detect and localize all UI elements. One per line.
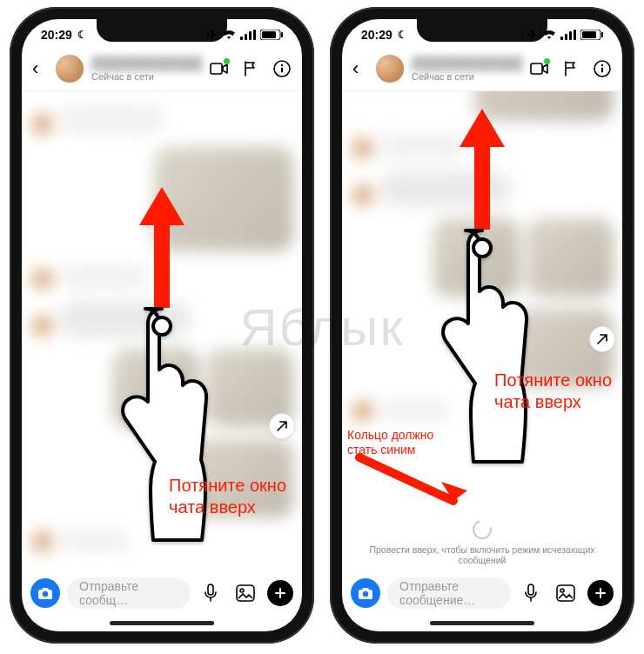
svg-rect-20 — [582, 31, 596, 38]
svg-rect-5 — [262, 31, 276, 38]
svg-rect-15 — [560, 37, 563, 40]
svg-point-24 — [601, 64, 603, 66]
video-active-dot-icon — [544, 58, 550, 64]
video-call-button[interactable] — [530, 59, 549, 78]
svg-rect-27 — [528, 584, 533, 595]
chat-header: ‹ ████████████ Сейчас в сети — [342, 50, 622, 91]
svg-rect-18 — [574, 30, 576, 40]
chat-avatar[interactable] — [375, 54, 405, 83]
back-button[interactable]: ‹ — [352, 59, 368, 78]
info-button[interactable] — [593, 59, 612, 78]
svg-rect-6 — [281, 32, 283, 37]
svg-rect-2 — [249, 31, 252, 40]
home-indicator[interactable] — [430, 621, 534, 625]
share-chip-icon[interactable] — [269, 413, 295, 439]
vanishing-hint-block: Провести вверх, чтобы включить режим исч… — [342, 518, 622, 571]
chat-body[interactable]: Потяните окно чата вверх Кольцо должно с… — [342, 91, 622, 518]
svg-rect-3 — [253, 30, 256, 40]
svg-rect-0 — [240, 37, 243, 40]
status-time: 20:29 — [41, 28, 72, 42]
svg-rect-7 — [211, 63, 222, 74]
svg-rect-28 — [557, 585, 574, 601]
sticker-plus-button[interactable] — [267, 580, 293, 606]
wifi-icon — [222, 30, 236, 40]
phone-left: 20:29 ☾ ✈︎ ‹ — [10, 7, 314, 644]
battery-icon — [580, 30, 603, 40]
chat-header: ‹ ████████████ Сейчас в сети — [22, 50, 302, 91]
svg-rect-12 — [208, 584, 213, 595]
svg-point-11 — [43, 591, 48, 597]
chat-avatar[interactable] — [55, 54, 84, 83]
video-active-dot-icon — [224, 58, 230, 64]
mic-button[interactable] — [518, 580, 544, 606]
svg-rect-25 — [601, 68, 603, 73]
camera-button[interactable] — [30, 578, 60, 608]
dnd-moon-icon: ☾ — [77, 29, 87, 41]
svg-rect-13 — [237, 585, 254, 601]
vanishing-hint-text: Провести вверх, чтобы включить режим исч… — [351, 544, 614, 565]
signal-icon — [560, 30, 576, 40]
phone-right: 20:29 ☾ ✈︎ ‹ — [330, 7, 634, 644]
video-call-button[interactable] — [210, 59, 229, 78]
blurred-chat-content — [22, 91, 302, 571]
airplane-icon: ✈︎ — [527, 28, 538, 42]
chat-username[interactable]: ████████████ — [412, 56, 523, 70]
svg-rect-22 — [531, 63, 542, 74]
home-indicator[interactable] — [110, 621, 214, 625]
chat-username[interactable]: ████████████ — [91, 56, 203, 70]
svg-rect-17 — [569, 31, 572, 40]
signal-icon — [240, 30, 256, 40]
status-time: 20:29 — [361, 28, 392, 42]
svg-rect-10 — [281, 68, 283, 73]
flag-button[interactable] — [561, 59, 580, 78]
message-placeholder: Отправьте сообщ… — [79, 579, 178, 607]
loading-ring-icon — [469, 517, 495, 543]
message-input[interactable]: Отправьте сообщ… — [67, 577, 191, 609]
message-input[interactable]: Отправьте сообщение… — [387, 577, 511, 609]
airplane-icon: ✈︎ — [207, 28, 218, 42]
svg-rect-16 — [565, 34, 567, 40]
back-button[interactable]: ‹ — [32, 59, 48, 78]
svg-rect-1 — [245, 34, 247, 40]
blurred-chat-content — [342, 91, 622, 518]
info-button[interactable] — [272, 59, 292, 78]
camera-button[interactable] — [351, 578, 380, 608]
share-chip-icon[interactable] — [589, 326, 615, 352]
status-bar: 20:29 ☾ ✈︎ — [22, 19, 302, 50]
svg-point-26 — [363, 591, 368, 597]
chat-body[interactable]: Потяните окно чата вверх — [22, 91, 302, 571]
sticker-plus-button[interactable] — [587, 580, 614, 606]
mic-button[interactable] — [198, 580, 224, 606]
dnd-moon-icon: ☾ — [398, 29, 407, 41]
status-bar: 20:29 ☾ ✈︎ — [342, 19, 622, 50]
battery-icon — [260, 30, 283, 40]
flag-button[interactable] — [241, 59, 260, 78]
svg-rect-21 — [601, 32, 603, 37]
message-placeholder: Отправьте сообщение… — [399, 579, 499, 607]
chat-presence: Сейчас в сети — [91, 71, 203, 82]
svg-point-29 — [560, 589, 564, 592]
wifi-icon — [542, 30, 556, 40]
gallery-button[interactable] — [553, 580, 579, 606]
chat-presence: Сейчас в сети — [412, 71, 523, 82]
svg-point-14 — [240, 589, 244, 592]
gallery-button[interactable] — [232, 580, 258, 606]
svg-point-9 — [281, 64, 283, 66]
